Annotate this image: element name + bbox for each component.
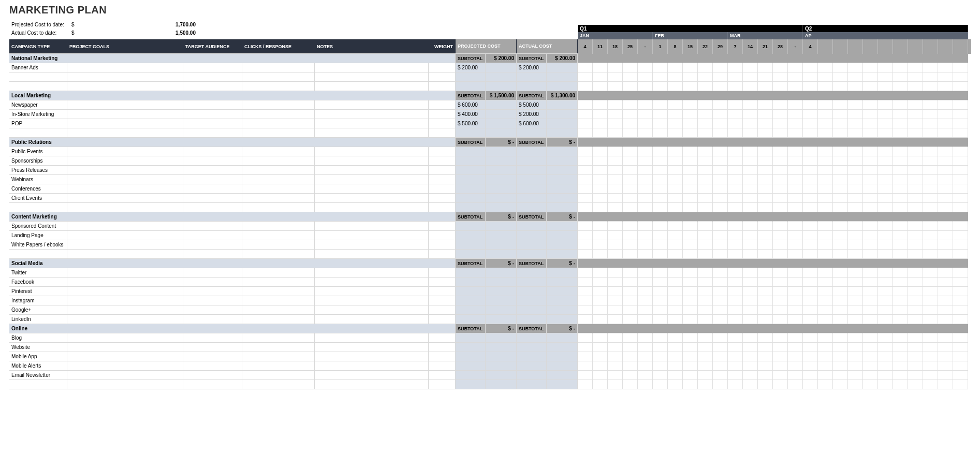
- timeline-cell[interactable]: [713, 63, 728, 72]
- timeline-cell[interactable]: [593, 128, 608, 138]
- cell-campaign-type[interactable]: Sponsored Content: [9, 222, 67, 230]
- timeline-cell[interactable]: [593, 175, 608, 184]
- timeline-cell[interactable]: [923, 259, 938, 268]
- cell-clicks-response[interactable]: [242, 278, 315, 286]
- timeline-cell[interactable]: [833, 380, 848, 389]
- timeline-cell[interactable]: [668, 100, 683, 110]
- timeline-cell[interactable]: [848, 82, 863, 91]
- timeline-cell[interactable]: [878, 156, 893, 166]
- timeline-cell[interactable]: [863, 287, 878, 296]
- cell-projected-cost-ext[interactable]: [486, 287, 517, 296]
- cell-notes[interactable]: [315, 184, 429, 193]
- timeline-cell[interactable]: [818, 166, 833, 175]
- cell-actual-cost[interactable]: [517, 203, 547, 212]
- timeline-cell[interactable]: [803, 240, 818, 250]
- timeline-cell[interactable]: [578, 371, 593, 380]
- timeline-cell[interactable]: [728, 100, 743, 110]
- timeline-cell[interactable]: [818, 371, 833, 380]
- timeline-cell[interactable]: [683, 147, 698, 156]
- timeline-cell[interactable]: [608, 138, 623, 147]
- timeline-cell[interactable]: [608, 231, 623, 240]
- timeline-cell[interactable]: [818, 82, 833, 91]
- timeline-cell[interactable]: [833, 333, 848, 343]
- cell-actual-cost-ext[interactable]: [547, 371, 578, 380]
- timeline-cell[interactable]: [938, 352, 953, 361]
- timeline-cell[interactable]: [833, 110, 848, 119]
- timeline-cell[interactable]: [713, 315, 728, 324]
- timeline-cell[interactable]: [758, 119, 773, 128]
- timeline-cell[interactable]: [863, 72, 878, 82]
- cell-notes[interactable]: [315, 268, 429, 277]
- timeline-cell[interactable]: [833, 278, 848, 287]
- cell-weight[interactable]: [429, 82, 456, 91]
- timeline-cell[interactable]: [878, 203, 893, 212]
- timeline-cell[interactable]: [653, 100, 668, 110]
- timeline-cell[interactable]: [893, 212, 908, 222]
- timeline-cell[interactable]: [608, 82, 623, 91]
- timeline-cell[interactable]: [743, 184, 758, 194]
- timeline-cell[interactable]: [608, 203, 623, 212]
- timeline-cell[interactable]: [923, 352, 938, 361]
- timeline-cell[interactable]: [743, 82, 758, 91]
- timeline-cell[interactable]: [683, 240, 698, 250]
- timeline-cell[interactable]: [578, 156, 593, 166]
- cell-clicks-response[interactable]: [242, 194, 315, 202]
- timeline-cell[interactable]: [698, 175, 713, 184]
- timeline-cell[interactable]: [728, 147, 743, 156]
- timeline-cell[interactable]: [788, 175, 803, 184]
- timeline-cell[interactable]: [848, 287, 863, 296]
- timeline-cell[interactable]: [638, 278, 653, 287]
- cell-clicks-response[interactable]: [242, 296, 315, 305]
- timeline-cell[interactable]: [953, 203, 968, 212]
- timeline-cell[interactable]: [803, 231, 818, 240]
- timeline-cell[interactable]: [608, 63, 623, 72]
- timeline-cell[interactable]: [593, 240, 608, 250]
- cell-target-audience[interactable]: [183, 240, 242, 249]
- cell-actual-cost[interactable]: [517, 128, 547, 137]
- timeline-cell[interactable]: [623, 324, 638, 333]
- timeline-cell[interactable]: [608, 119, 623, 128]
- cell-projected-cost[interactable]: [456, 166, 486, 174]
- timeline-cell[interactable]: [728, 361, 743, 371]
- timeline-cell[interactable]: [608, 250, 623, 259]
- timeline-cell[interactable]: [653, 315, 668, 324]
- cell-actual-cost-ext[interactable]: [547, 63, 578, 72]
- timeline-cell[interactable]: [908, 315, 923, 324]
- timeline-cell[interactable]: [728, 343, 743, 352]
- timeline-cell[interactable]: [938, 212, 953, 222]
- timeline-cell[interactable]: [908, 324, 923, 333]
- timeline-cell[interactable]: [638, 259, 653, 268]
- timeline-cell[interactable]: [863, 305, 878, 315]
- timeline-cell[interactable]: [818, 343, 833, 352]
- timeline-cell[interactable]: [758, 128, 773, 138]
- timeline-cell[interactable]: [788, 333, 803, 343]
- timeline-cell[interactable]: [638, 231, 653, 240]
- timeline-cell[interactable]: [863, 250, 878, 259]
- timeline-cell[interactable]: [863, 166, 878, 175]
- timeline-cell[interactable]: [893, 222, 908, 231]
- timeline-cell[interactable]: [743, 278, 758, 287]
- cell-actual-cost-ext[interactable]: [547, 231, 578, 240]
- timeline-cell[interactable]: [848, 54, 863, 63]
- timeline-cell[interactable]: [653, 147, 668, 156]
- cell-notes[interactable]: [315, 352, 429, 361]
- timeline-cell[interactable]: [638, 72, 653, 82]
- timeline-cell[interactable]: [938, 231, 953, 240]
- cell-project-goals[interactable]: [67, 371, 183, 380]
- cell-project-goals[interactable]: [67, 166, 183, 174]
- timeline-cell[interactable]: [953, 82, 968, 91]
- timeline-cell[interactable]: [743, 54, 758, 63]
- timeline-cell[interactable]: [593, 380, 608, 389]
- cell-actual-cost-ext[interactable]: [547, 110, 578, 119]
- timeline-cell[interactable]: [758, 82, 773, 91]
- cell-actual-cost[interactable]: [517, 371, 547, 380]
- cell-project-goals[interactable]: [67, 240, 183, 249]
- timeline-cell[interactable]: [683, 333, 698, 343]
- timeline-cell[interactable]: [878, 315, 893, 324]
- timeline-cell[interactable]: [953, 361, 968, 371]
- timeline-cell[interactable]: [773, 166, 788, 175]
- timeline-cell[interactable]: [878, 259, 893, 268]
- timeline-cell[interactable]: [863, 371, 878, 380]
- timeline-cell[interactable]: [593, 259, 608, 268]
- timeline-cell[interactable]: [713, 119, 728, 128]
